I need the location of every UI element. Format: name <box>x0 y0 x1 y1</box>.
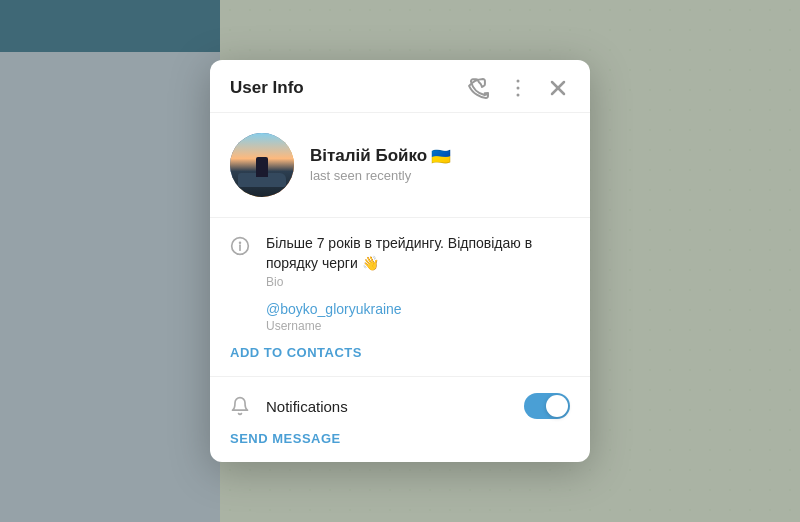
username-content: @boyko_gloryukraine Username <box>266 301 570 333</box>
user-info-modal: User Info <box>210 60 590 462</box>
avatar-image <box>230 133 294 197</box>
info-circle-icon <box>230 236 250 256</box>
notifications-label: Notifications <box>266 398 508 415</box>
bio-content: Більше 7 років в трейдингу. Відповідаю в… <box>266 234 570 289</box>
modal-header: User Info <box>210 60 590 113</box>
send-message-button[interactable]: SEND MESSAGE <box>230 431 570 446</box>
notifications-toggle[interactable] <box>524 393 570 419</box>
flag-emoji: 🇺🇦 <box>431 147 451 166</box>
add-to-contacts-button[interactable]: ADD TO CONTACTS <box>230 345 570 360</box>
user-profile: Віталій Бойко 🇺🇦 last seen recently <box>210 113 590 217</box>
phone-icon <box>466 76 490 100</box>
svg-point-1 <box>517 86 520 89</box>
bio-text: Більше 7 років в трейдингу. Відповідаю в… <box>266 234 570 273</box>
username-row: @boyko_gloryukraine Username <box>230 301 570 333</box>
user-info: Віталій Бойко 🇺🇦 last seen recently <box>310 146 570 183</box>
modal-overlay: User Info <box>0 0 800 522</box>
svg-point-0 <box>517 79 520 82</box>
username-link[interactable]: @boyko_gloryukraine <box>266 301 570 317</box>
more-icon <box>506 76 530 100</box>
notifications-section: Notifications SEND MESSAGE <box>210 376 590 462</box>
notifications-row: Notifications <box>230 393 570 419</box>
username-label: Username <box>266 319 570 333</box>
user-name: Віталій Бойко 🇺🇦 <box>310 146 570 166</box>
bio-row: Більше 7 років в трейдингу. Відповідаю в… <box>230 234 570 289</box>
more-button[interactable] <box>506 76 530 100</box>
avatar-car-detail <box>238 173 286 187</box>
phone-button[interactable] <box>466 76 490 100</box>
close-button[interactable] <box>546 76 570 100</box>
modal-title: User Info <box>230 78 304 98</box>
bell-icon <box>230 396 250 416</box>
avatar <box>230 133 294 197</box>
header-actions <box>466 76 570 100</box>
svg-point-2 <box>517 93 520 96</box>
bio-label: Bio <box>266 275 570 289</box>
username-spacer <box>230 303 250 323</box>
close-icon <box>546 76 570 100</box>
user-status: last seen recently <box>310 168 570 183</box>
info-section: Більше 7 років в трейдингу. Відповідаю в… <box>210 217 590 376</box>
toggle-knob <box>546 395 568 417</box>
